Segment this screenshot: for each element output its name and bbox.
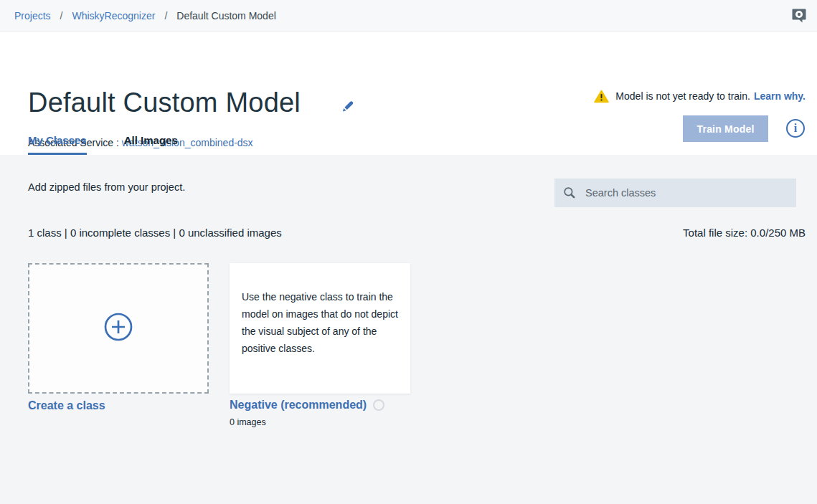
negative-class-radio[interactable]	[373, 399, 384, 411]
negative-class-card[interactable]: Use the negative class to train the mode…	[230, 263, 410, 394]
classes-panel: Add zipped files from your project. 1 cl…	[0, 155, 817, 504]
page-title: Default Custom Model	[28, 87, 301, 118]
tab-bar: My Classes All Images	[28, 134, 215, 155]
search-icon	[563, 186, 576, 199]
page-header: Default Custom Model Model is not yet re…	[0, 32, 817, 155]
instruction-text: Add zipped files from your project.	[28, 181, 185, 193]
search-classes-box	[554, 179, 796, 207]
tab-all-images[interactable]: All Images	[124, 134, 178, 155]
negative-class-description: Use the negative class to train the mode…	[242, 291, 398, 354]
breadcrumb-link-projects[interactable]: Projects	[14, 10, 51, 22]
breadcrumb: Projects / WhiskyRecognizer / Default Cu…	[0, 0, 817, 32]
training-warning: Model is not yet ready to train. Learn w…	[594, 89, 806, 103]
learn-why-link[interactable]: Learn why.	[754, 90, 806, 102]
create-class-dropzone[interactable]	[28, 263, 209, 394]
negative-class-link[interactable]: Negative (recommended)	[230, 399, 367, 412]
search-classes-input[interactable]	[584, 186, 788, 199]
total-file-size: Total file size: 0.0/250 MB	[683, 227, 806, 239]
negative-class-title-row: Negative (recommended)	[230, 399, 384, 412]
community-icon[interactable]	[790, 6, 808, 25]
class-summary-text: 1 class | 0 incomplete classes | 0 uncla…	[28, 227, 282, 239]
breadcrumb-separator: /	[164, 10, 167, 22]
edit-title-pencil-icon[interactable]	[340, 98, 356, 114]
plus-circle-icon	[103, 311, 134, 346]
breadcrumb-separator: /	[60, 10, 63, 22]
warning-triangle-icon	[594, 90, 609, 103]
breadcrumb-current-page: Default Custom Model	[176, 10, 276, 22]
info-icon[interactable]: i	[786, 119, 805, 138]
create-class-link[interactable]: Create a class	[28, 399, 105, 412]
train-model-button[interactable]: Train Model	[683, 115, 768, 142]
negative-class-image-count: 0 images	[230, 417, 266, 427]
tab-my-classes[interactable]: My Classes	[28, 134, 87, 155]
visual-recognition-model-page: Projects / WhiskyRecognizer / Default Cu…	[0, 0, 817, 504]
breadcrumb-link-project-name[interactable]: WhiskyRecognizer	[72, 10, 155, 22]
warning-text: Model is not yet ready to train.	[615, 90, 750, 102]
